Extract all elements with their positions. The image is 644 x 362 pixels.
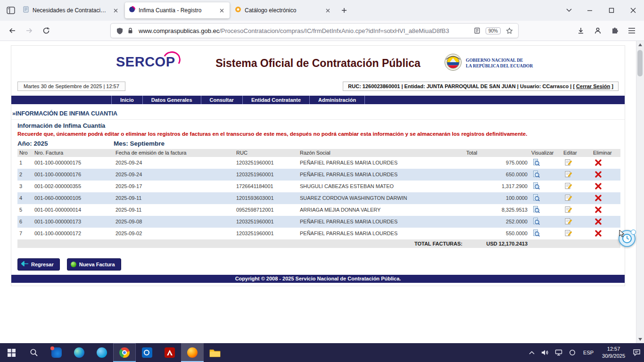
scrollbar-thumb[interactable] — [637, 50, 643, 76]
nav-item-entidad-contratante[interactable]: Entidad Contratante — [242, 96, 309, 104]
acrobat-icon[interactable] — [158, 343, 181, 362]
cell-total: 650.0000 — [464, 169, 529, 181]
editar-icon[interactable] — [564, 217, 572, 225]
edge-icon[interactable] — [68, 343, 91, 362]
visualizar-icon[interactable] — [532, 170, 540, 178]
cell-ruc: 1203251960001 — [234, 216, 298, 228]
list-all-tabs-icon[interactable] — [562, 3, 576, 17]
editar-icon[interactable] — [564, 229, 572, 237]
regresar-button[interactable]: Regresar — [17, 258, 60, 271]
visualizar-icon[interactable] — [532, 182, 540, 190]
search-icon[interactable] — [23, 343, 45, 362]
mail-app-icon[interactable] — [45, 343, 68, 362]
cell-eliminar — [591, 181, 620, 192]
skype-icon[interactable] — [91, 343, 113, 362]
url-bar[interactable]: www.compraspublicas.gob.ec/ProcesoContra… — [110, 23, 519, 38]
web-page: SERCOP Sistema Oficial de Contratación P… — [0, 41, 636, 343]
nav-item-datos-generales[interactable]: Datos Generales — [142, 96, 201, 104]
reader-mode-icon[interactable] — [472, 25, 482, 36]
minimize-icon[interactable] — [579, 0, 601, 21]
maximize-icon[interactable] — [601, 0, 622, 21]
firefox-view-icon[interactable] — [3, 3, 19, 18]
main-container: SERCOP Sistema Oficial de Contratación P… — [11, 45, 625, 286]
editar-icon[interactable] — [564, 170, 572, 178]
cell-eliminar — [591, 204, 620, 216]
zoom-level-badge[interactable]: 90% — [486, 27, 501, 34]
cell-ruc: 1201593603001 — [234, 192, 298, 204]
editar-icon[interactable] — [564, 194, 572, 202]
tab-necesidades[interactable]: Necesidades de Contratación y — [19, 2, 124, 18]
shield-icon[interactable] — [115, 25, 125, 36]
editar-icon[interactable] — [564, 206, 572, 214]
nav-item-consultar[interactable]: Consultar — [201, 96, 242, 104]
government-logo: GOBIERNO NACIONAL DE LA REPÚBLICA DEL EC… — [444, 53, 533, 73]
lock-icon[interactable] — [125, 25, 135, 36]
col-header-factura: Nro. Factura — [33, 149, 114, 157]
eliminar-icon[interactable] — [594, 217, 602, 225]
eliminar-icon[interactable] — [594, 158, 602, 166]
menu-icon[interactable] — [624, 23, 639, 38]
tray-expand-icon[interactable] — [526, 343, 538, 362]
recorder-tray-icon[interactable] — [566, 343, 579, 362]
close-window-icon[interactable] — [622, 0, 644, 21]
tab-catalogo[interactable]: Catálogo electrónico — [231, 2, 336, 18]
breadcrumb-title: INFORMACIÓN DE INFIMA CUANTIA — [16, 110, 117, 117]
file-explorer-icon[interactable] — [204, 343, 226, 362]
visualizar-icon[interactable] — [532, 217, 540, 225]
refresh-icon[interactable] — [39, 23, 54, 38]
url-domain: www.compraspublicas.gob.ec — [139, 27, 219, 34]
eliminar-icon[interactable] — [594, 206, 602, 214]
close-icon[interactable] — [111, 6, 120, 15]
window-controls — [579, 0, 644, 21]
nav-item-inicio[interactable]: Inicio — [111, 96, 142, 104]
page-header: SERCOP Sistema Oficial de Contratación P… — [11, 46, 625, 82]
back-icon[interactable] — [5, 23, 20, 38]
account-icon[interactable] — [590, 23, 605, 38]
downloads-icon[interactable] — [573, 23, 588, 38]
editar-icon[interactable] — [564, 158, 572, 166]
scrollbar-track[interactable] — [636, 49, 644, 336]
cell-ruc: 1203251960001 — [234, 169, 298, 181]
bookmark-star-icon[interactable] — [504, 25, 514, 36]
visualizar-icon[interactable] — [532, 194, 540, 202]
network-icon[interactable] — [552, 343, 566, 362]
visualizar-icon[interactable] — [532, 206, 540, 214]
forward-icon[interactable] — [22, 23, 37, 38]
clock-date: 30/9/2025 — [602, 353, 625, 360]
volume-icon[interactable] — [538, 343, 552, 362]
new-tab-icon[interactable] — [337, 3, 351, 17]
start-button[interactable] — [0, 343, 23, 362]
visualizar-icon[interactable] — [532, 158, 540, 166]
eliminar-icon[interactable] — [594, 194, 602, 202]
chrome-icon[interactable] — [113, 343, 136, 362]
col-header-visualizar: Visualizar — [529, 149, 561, 157]
eliminar-icon[interactable] — [594, 229, 602, 237]
windows-taskbar: ESP 12:57 30/9/2025 — [0, 343, 644, 362]
nav-item-administracion[interactable]: Administración — [309, 96, 365, 104]
language-indicator[interactable]: ESP — [579, 343, 598, 362]
scroll-down-icon[interactable] — [636, 336, 644, 343]
tab-infima-cuantia[interactable]: Infima Cuantía - Registro — [125, 2, 230, 18]
editar-icon[interactable] — [564, 182, 572, 190]
clock[interactable]: 12:57 30/9/2025 — [598, 343, 629, 362]
col-header-fecha: Fecha de emisión de la factura — [114, 149, 234, 157]
month-label: Mes: Septiembre — [114, 140, 165, 147]
cell-editar — [561, 157, 591, 169]
eliminar-icon[interactable] — [594, 170, 602, 178]
extensions-icon[interactable] — [607, 23, 622, 38]
outlook-icon[interactable] — [136, 343, 158, 362]
close-icon[interactable] — [323, 6, 332, 15]
cell-nro: 5 — [17, 204, 33, 216]
scroll-up-icon[interactable] — [636, 41, 644, 49]
action-center-icon[interactable] — [629, 343, 644, 362]
firefox-icon[interactable] — [181, 343, 204, 362]
nueva-factura-button[interactable]: Nueva Factura — [67, 258, 121, 271]
cell-fecha: 2025-09-24 — [114, 157, 234, 169]
close-icon[interactable] — [217, 6, 226, 15]
vertical-scrollbar[interactable] — [636, 41, 644, 343]
cell-eliminar — [591, 216, 620, 228]
visualizar-icon[interactable] — [532, 229, 540, 237]
col-header-nro: Nro — [17, 149, 33, 157]
eliminar-icon[interactable] — [594, 182, 602, 190]
logout-link[interactable]: Cerrar Sesión — [576, 83, 610, 89]
